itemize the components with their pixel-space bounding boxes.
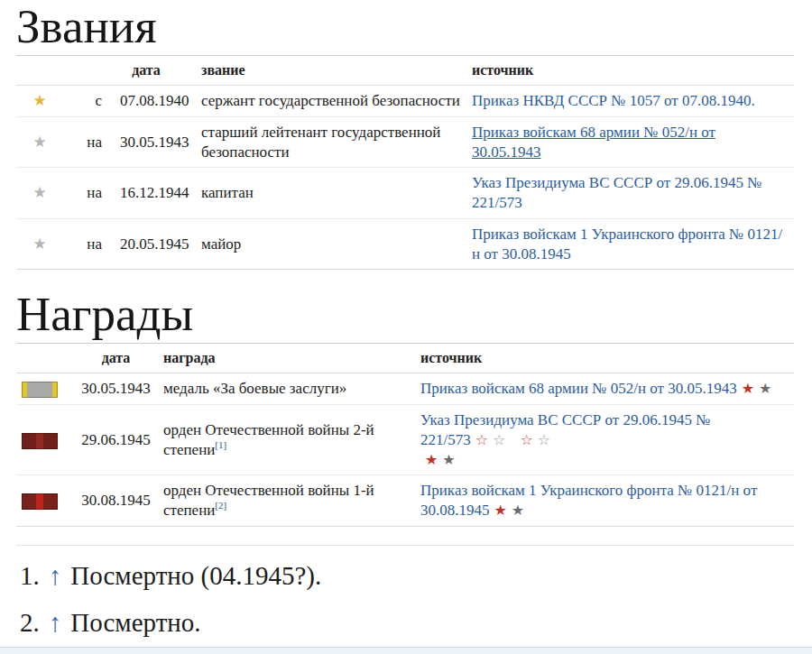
award-source-link[interactable]: Указ Президиума ВС СССР от 29.06.1945 № … [420,411,710,448]
awards-table: дата награда источник 30.05.1943 медаль … [16,344,794,527]
column-header-empty [63,56,102,86]
gray-star-icon[interactable]: ★ [32,185,46,200]
red-filled-star-icon: ★ [494,502,507,518]
rank-source-link[interactable]: Указ Президиума ВС СССР от 29.06.1945 № … [472,174,761,211]
rank-row: ★ с 07.08.1940 сержант государственной б… [16,86,794,117]
article-content: Звания дата звание источник ★ с 07.08.19… [0,0,812,654]
reference-text: Посмертно (04.1945?). [70,561,321,590]
footnote-link[interactable]: [2] [215,500,226,511]
award-source-link[interactable]: Приказ войскам 1 Украинского фронта № 01… [420,482,757,519]
rank-stars-icons: ★★ [737,380,772,397]
gray-filled-star-icon: ★ [759,381,771,396]
reference-number: 1. [20,561,40,590]
reference-number: 2. [20,608,40,637]
article-page: Звания дата звание источник ★ с 07.08.19… [0,0,812,654]
gray-filled-star-icon: ★ [442,452,455,467]
red-filled-star-icon: ★ [425,452,438,467]
backlink-arrow-icon[interactable]: ↑ [49,608,62,637]
column-header-date: дата [102,56,201,86]
reference-text: Посмертно. [70,608,200,637]
column-header-empty [16,56,63,86]
column-header-date: дата [69,344,163,373]
award-name: орден Отечественной войны 2-й степени [163,421,374,458]
award-row: 30.08.1945 орден Отечественной войны 1-й… [16,475,794,527]
column-header-empty [16,344,69,373]
rank-name: сержант государственной безопасности [201,86,472,117]
column-header-source: источник [472,56,794,86]
award-source-link[interactable]: Приказ войскам 68 армии № 052/н от 30.05… [420,380,737,397]
rank-prefix: на [63,168,102,219]
footer-strip [0,647,812,654]
rank-row: ★ на 20.05.1945 майор Приказ войскам 1 У… [16,218,794,270]
reference-item: 1.↑Посмертно (04.1945?). [20,560,794,592]
order-patriotic-war-2nd-ribbon-icon[interactable] [22,433,58,449]
rank-name: старший лейтенант государственной безопа… [201,116,472,168]
award-name: медаль «За боевые заслуги» [163,380,346,397]
rank-prefix: на [63,218,102,270]
rank-source-link[interactable]: Приказ войскам 1 Украинского фронта № 01… [472,226,782,263]
gray-star-icon[interactable]: ★ [32,236,46,252]
backlink-arrow-icon[interactable]: ↑ [49,561,62,590]
references-list: 1.↑Посмертно (04.1945?). 2.↑Посмертно. [16,560,794,639]
rank-date: 16.12.1944 [102,168,201,219]
reference-item: 2.↑Посмертно. [20,607,794,639]
section-divider [16,545,794,546]
rank-date: 30.05.1943 [102,116,201,168]
red-filled-star-icon: ★ [742,381,754,396]
rank-source-link[interactable]: Приказ войскам 68 армии № 052/н от 30.05… [472,124,715,161]
gray-star-icon[interactable]: ★ [32,134,46,150]
awards-header-row: дата награда источник [16,344,794,373]
order-patriotic-war-1st-ribbon-icon[interactable] [22,493,58,510]
awards-heading: Награды [16,290,794,344]
gray-outline-star-icon: ☆ [493,432,505,447]
award-date: 30.08.1945 [69,475,163,527]
red-outline-star-icon: ☆ [520,432,532,447]
rank-date: 07.08.1940 [102,86,201,117]
gold-star-icon[interactable]: ★ [32,93,46,108]
column-header-source: источник [420,344,794,373]
rank-prefix: на [63,116,102,168]
medal-za-boevye-zaslugi-ribbon-icon[interactable] [22,382,58,398]
column-header-award: награда [163,344,420,373]
award-date: 30.05.1943 [69,373,163,405]
rank-source-link[interactable]: Приказ НКВД СССР № 1057 от 07.08.1940. [472,92,755,109]
award-row: 29.06.1945 орден Отечественной войны 2-й… [16,405,794,475]
award-date: 29.06.1945 [69,405,163,475]
ranks-header-row: дата звание источник [16,56,794,86]
ranks-table: дата звание источник ★ с 07.08.1940 серж… [16,56,794,270]
rank-name: майор [201,218,472,270]
award-name: орден Отечественной войны 1-й степени [163,482,374,519]
rank-name: капитан [201,168,472,219]
rank-prefix: с [63,86,102,117]
gray-outline-star-icon: ☆ [538,432,550,447]
ranks-heading: Звания [16,2,794,56]
rank-stars-icons: ★★ [490,502,525,519]
rank-date: 20.05.1945 [102,218,201,270]
rank-row: ★ на 16.12.1944 капитан Указ Президиума … [16,168,794,219]
rank-row: ★ на 30.05.1943 старший лейтенант госуда… [16,116,794,168]
red-outline-star-icon: ☆ [475,432,488,447]
gray-filled-star-icon: ★ [512,502,524,518]
column-header-rank: звание [201,56,472,86]
footnote-link[interactable]: [1] [215,439,226,450]
award-row: 30.05.1943 медаль «За боевые заслуги» Пр… [16,373,794,405]
